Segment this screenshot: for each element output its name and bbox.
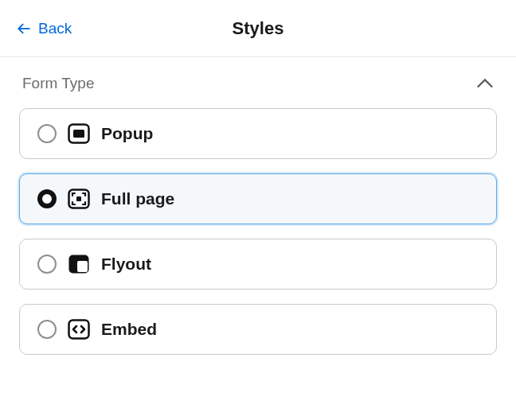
svg-rect-2 xyxy=(73,130,84,138)
option-embed[interactable]: Embed xyxy=(19,304,497,355)
option-full-page[interactable]: Full page xyxy=(19,173,497,224)
option-popup[interactable]: Popup xyxy=(19,108,497,159)
option-flyout[interactable]: Flyout xyxy=(19,239,497,290)
form-type-options: Popup Full page Flyout xyxy=(19,108,497,355)
radio-flyout[interactable] xyxy=(37,255,57,274)
embed-icon xyxy=(68,319,90,340)
fullpage-icon xyxy=(68,189,90,209)
radio-popup[interactable] xyxy=(37,124,57,143)
svg-rect-7 xyxy=(69,321,89,339)
option-label: Full page xyxy=(101,189,174,208)
page-title: Styles xyxy=(233,18,284,39)
popup-icon xyxy=(68,123,90,144)
svg-rect-4 xyxy=(76,196,81,201)
option-label: Popup xyxy=(101,124,153,143)
radio-embed[interactable] xyxy=(37,320,57,339)
svg-rect-6 xyxy=(77,261,88,272)
back-button[interactable]: Back xyxy=(16,20,72,37)
chevron-up-icon xyxy=(476,78,494,89)
arrow-left-icon xyxy=(16,21,32,37)
back-label: Back xyxy=(38,20,72,37)
flyout-icon xyxy=(68,254,90,274)
radio-full-page[interactable] xyxy=(37,189,57,208)
section-label: Form Type xyxy=(22,75,94,92)
page-header: Back Styles xyxy=(0,0,516,57)
form-type-section: Form Type Popup Full page xyxy=(0,57,516,355)
section-toggle[interactable]: Form Type xyxy=(19,57,497,108)
option-label: Flyout xyxy=(101,255,151,274)
option-label: Embed xyxy=(101,320,157,339)
